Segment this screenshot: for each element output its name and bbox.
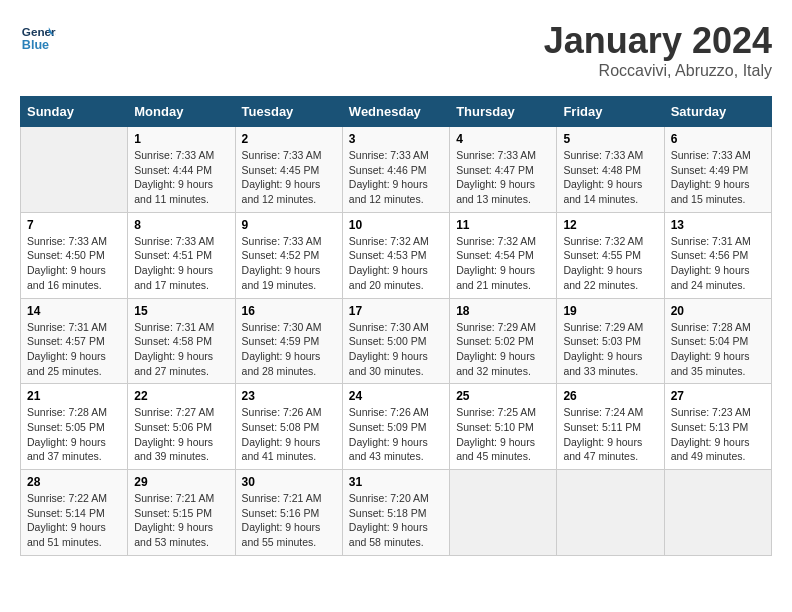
- calendar-week-1: 1Sunrise: 7:33 AMSunset: 4:44 PMDaylight…: [21, 127, 772, 213]
- day-info: Sunrise: 7:31 AMSunset: 4:58 PMDaylight:…: [134, 320, 228, 379]
- day-number: 20: [671, 304, 765, 318]
- title-block: January 2024 Roccavivi, Abruzzo, Italy: [544, 20, 772, 80]
- calendar-cell: 19Sunrise: 7:29 AMSunset: 5:03 PMDayligh…: [557, 298, 664, 384]
- page-header: General Blue January 2024 Roccavivi, Abr…: [20, 20, 772, 80]
- calendar-cell: 30Sunrise: 7:21 AMSunset: 5:16 PMDayligh…: [235, 470, 342, 556]
- calendar-cell: 23Sunrise: 7:26 AMSunset: 5:08 PMDayligh…: [235, 384, 342, 470]
- calendar-week-2: 7Sunrise: 7:33 AMSunset: 4:50 PMDaylight…: [21, 212, 772, 298]
- day-info: Sunrise: 7:33 AMSunset: 4:51 PMDaylight:…: [134, 234, 228, 293]
- day-info: Sunrise: 7:33 AMSunset: 4:49 PMDaylight:…: [671, 148, 765, 207]
- day-info: Sunrise: 7:33 AMSunset: 4:47 PMDaylight:…: [456, 148, 550, 207]
- logo: General Blue: [20, 20, 56, 56]
- day-info: Sunrise: 7:32 AMSunset: 4:55 PMDaylight:…: [563, 234, 657, 293]
- col-header-saturday: Saturday: [664, 97, 771, 127]
- calendar-cell: 31Sunrise: 7:20 AMSunset: 5:18 PMDayligh…: [342, 470, 449, 556]
- day-number: 10: [349, 218, 443, 232]
- day-info: Sunrise: 7:24 AMSunset: 5:11 PMDaylight:…: [563, 405, 657, 464]
- day-info: Sunrise: 7:32 AMSunset: 4:54 PMDaylight:…: [456, 234, 550, 293]
- calendar-week-4: 21Sunrise: 7:28 AMSunset: 5:05 PMDayligh…: [21, 384, 772, 470]
- day-info: Sunrise: 7:23 AMSunset: 5:13 PMDaylight:…: [671, 405, 765, 464]
- day-number: 23: [242, 389, 336, 403]
- day-number: 16: [242, 304, 336, 318]
- col-header-friday: Friday: [557, 97, 664, 127]
- calendar-cell: 29Sunrise: 7:21 AMSunset: 5:15 PMDayligh…: [128, 470, 235, 556]
- calendar-cell: 11Sunrise: 7:32 AMSunset: 4:54 PMDayligh…: [450, 212, 557, 298]
- calendar-cell: 21Sunrise: 7:28 AMSunset: 5:05 PMDayligh…: [21, 384, 128, 470]
- day-number: 24: [349, 389, 443, 403]
- day-number: 18: [456, 304, 550, 318]
- calendar-cell: 12Sunrise: 7:32 AMSunset: 4:55 PMDayligh…: [557, 212, 664, 298]
- col-header-thursday: Thursday: [450, 97, 557, 127]
- day-number: 3: [349, 132, 443, 146]
- day-info: Sunrise: 7:30 AMSunset: 5:00 PMDaylight:…: [349, 320, 443, 379]
- logo-icon: General Blue: [20, 20, 56, 56]
- calendar-cell: [21, 127, 128, 213]
- day-info: Sunrise: 7:22 AMSunset: 5:14 PMDaylight:…: [27, 491, 121, 550]
- day-number: 22: [134, 389, 228, 403]
- calendar-cell: 27Sunrise: 7:23 AMSunset: 5:13 PMDayligh…: [664, 384, 771, 470]
- calendar-cell: 18Sunrise: 7:29 AMSunset: 5:02 PMDayligh…: [450, 298, 557, 384]
- day-info: Sunrise: 7:21 AMSunset: 5:15 PMDaylight:…: [134, 491, 228, 550]
- day-number: 11: [456, 218, 550, 232]
- calendar-week-3: 14Sunrise: 7:31 AMSunset: 4:57 PMDayligh…: [21, 298, 772, 384]
- calendar-cell: 13Sunrise: 7:31 AMSunset: 4:56 PMDayligh…: [664, 212, 771, 298]
- day-info: Sunrise: 7:28 AMSunset: 5:04 PMDaylight:…: [671, 320, 765, 379]
- day-number: 31: [349, 475, 443, 489]
- calendar-cell: 26Sunrise: 7:24 AMSunset: 5:11 PMDayligh…: [557, 384, 664, 470]
- svg-text:Blue: Blue: [22, 38, 49, 52]
- calendar-cell: 20Sunrise: 7:28 AMSunset: 5:04 PMDayligh…: [664, 298, 771, 384]
- day-info: Sunrise: 7:33 AMSunset: 4:45 PMDaylight:…: [242, 148, 336, 207]
- day-info: Sunrise: 7:27 AMSunset: 5:06 PMDaylight:…: [134, 405, 228, 464]
- day-number: 27: [671, 389, 765, 403]
- day-info: Sunrise: 7:33 AMSunset: 4:48 PMDaylight:…: [563, 148, 657, 207]
- day-info: Sunrise: 7:29 AMSunset: 5:02 PMDaylight:…: [456, 320, 550, 379]
- calendar-cell: 3Sunrise: 7:33 AMSunset: 4:46 PMDaylight…: [342, 127, 449, 213]
- calendar-cell: 16Sunrise: 7:30 AMSunset: 4:59 PMDayligh…: [235, 298, 342, 384]
- calendar-cell: 1Sunrise: 7:33 AMSunset: 4:44 PMDaylight…: [128, 127, 235, 213]
- day-number: 1: [134, 132, 228, 146]
- calendar-cell: 17Sunrise: 7:30 AMSunset: 5:00 PMDayligh…: [342, 298, 449, 384]
- calendar-cell: 15Sunrise: 7:31 AMSunset: 4:58 PMDayligh…: [128, 298, 235, 384]
- calendar-cell: 9Sunrise: 7:33 AMSunset: 4:52 PMDaylight…: [235, 212, 342, 298]
- day-info: Sunrise: 7:21 AMSunset: 5:16 PMDaylight:…: [242, 491, 336, 550]
- day-number: 26: [563, 389, 657, 403]
- day-info: Sunrise: 7:26 AMSunset: 5:08 PMDaylight:…: [242, 405, 336, 464]
- day-info: Sunrise: 7:20 AMSunset: 5:18 PMDaylight:…: [349, 491, 443, 550]
- calendar-cell: [450, 470, 557, 556]
- calendar-header: SundayMondayTuesdayWednesdayThursdayFrid…: [21, 97, 772, 127]
- day-number: 7: [27, 218, 121, 232]
- calendar-cell: 7Sunrise: 7:33 AMSunset: 4:50 PMDaylight…: [21, 212, 128, 298]
- calendar-cell: 28Sunrise: 7:22 AMSunset: 5:14 PMDayligh…: [21, 470, 128, 556]
- calendar-cell: 6Sunrise: 7:33 AMSunset: 4:49 PMDaylight…: [664, 127, 771, 213]
- day-info: Sunrise: 7:31 AMSunset: 4:56 PMDaylight:…: [671, 234, 765, 293]
- day-number: 15: [134, 304, 228, 318]
- calendar-cell: 25Sunrise: 7:25 AMSunset: 5:10 PMDayligh…: [450, 384, 557, 470]
- day-info: Sunrise: 7:25 AMSunset: 5:10 PMDaylight:…: [456, 405, 550, 464]
- calendar-cell: 4Sunrise: 7:33 AMSunset: 4:47 PMDaylight…: [450, 127, 557, 213]
- day-number: 8: [134, 218, 228, 232]
- day-number: 19: [563, 304, 657, 318]
- calendar-table: SundayMondayTuesdayWednesdayThursdayFrid…: [20, 96, 772, 556]
- day-info: Sunrise: 7:31 AMSunset: 4:57 PMDaylight:…: [27, 320, 121, 379]
- calendar-cell: 8Sunrise: 7:33 AMSunset: 4:51 PMDaylight…: [128, 212, 235, 298]
- day-number: 28: [27, 475, 121, 489]
- col-header-sunday: Sunday: [21, 97, 128, 127]
- calendar-cell: 24Sunrise: 7:26 AMSunset: 5:09 PMDayligh…: [342, 384, 449, 470]
- day-info: Sunrise: 7:33 AMSunset: 4:50 PMDaylight:…: [27, 234, 121, 293]
- day-info: Sunrise: 7:32 AMSunset: 4:53 PMDaylight:…: [349, 234, 443, 293]
- day-number: 17: [349, 304, 443, 318]
- day-number: 25: [456, 389, 550, 403]
- month-title: January 2024: [544, 20, 772, 62]
- day-info: Sunrise: 7:33 AMSunset: 4:44 PMDaylight:…: [134, 148, 228, 207]
- calendar-cell: 10Sunrise: 7:32 AMSunset: 4:53 PMDayligh…: [342, 212, 449, 298]
- day-number: 29: [134, 475, 228, 489]
- calendar-cell: 22Sunrise: 7:27 AMSunset: 5:06 PMDayligh…: [128, 384, 235, 470]
- calendar-cell: 2Sunrise: 7:33 AMSunset: 4:45 PMDaylight…: [235, 127, 342, 213]
- calendar-cell: 5Sunrise: 7:33 AMSunset: 4:48 PMDaylight…: [557, 127, 664, 213]
- day-info: Sunrise: 7:29 AMSunset: 5:03 PMDaylight:…: [563, 320, 657, 379]
- day-number: 9: [242, 218, 336, 232]
- day-info: Sunrise: 7:28 AMSunset: 5:05 PMDaylight:…: [27, 405, 121, 464]
- col-header-monday: Monday: [128, 97, 235, 127]
- day-number: 12: [563, 218, 657, 232]
- day-number: 6: [671, 132, 765, 146]
